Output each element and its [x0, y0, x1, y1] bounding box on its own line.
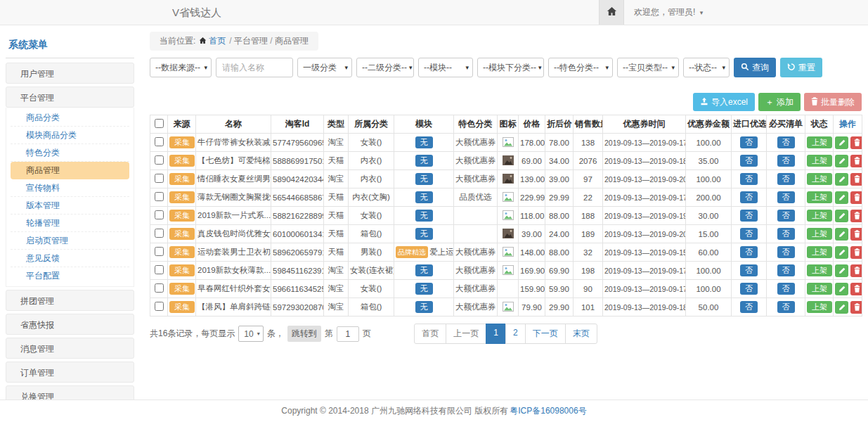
status-badge[interactable]: 上架	[807, 301, 832, 313]
must-buy-toggle[interactable]: 否	[777, 136, 795, 148]
page-button-2[interactable]: 2	[505, 324, 526, 344]
delete-button[interactable]	[850, 173, 862, 186]
import-select-toggle[interactable]: 否	[740, 228, 758, 240]
import-excel-button[interactable]: 导入excel	[693, 93, 755, 111]
status-badge[interactable]: 上架	[807, 228, 832, 240]
per-page-select[interactable]: 10 ▾	[238, 326, 263, 342]
user-menu[interactable]: 欢迎您，管理员! ▾	[634, 6, 703, 18]
filter-select---宝贝类型--[interactable]: --宝贝类型--▾	[617, 58, 679, 77]
row-checkbox[interactable]	[155, 174, 164, 183]
must-buy-toggle[interactable]: 否	[777, 264, 795, 276]
edit-button[interactable]	[835, 136, 848, 149]
must-buy-toggle[interactable]: 否	[777, 191, 795, 203]
edit-button[interactable]	[835, 283, 848, 295]
module-badge[interactable]: 无	[415, 173, 433, 185]
sidebar-item-订单管理[interactable]: 订单管理	[6, 362, 134, 383]
must-buy-toggle[interactable]: 否	[777, 210, 795, 222]
sidebar-subitem-模块商品分类[interactable]: 模块商品分类	[11, 127, 129, 144]
delete-button[interactable]	[850, 136, 862, 149]
icp-link[interactable]: 粤ICP备16098006号	[510, 405, 586, 417]
row-checkbox[interactable]	[155, 247, 164, 256]
sidebar-subitem-轮播管理[interactable]: 轮播管理	[11, 215, 129, 232]
module-badge[interactable]: 无	[415, 210, 433, 222]
row-checkbox[interactable]	[155, 155, 164, 165]
page-button-下一页[interactable]: 下一页	[525, 324, 566, 344]
filter-select---状态--[interactable]: --状态--▾	[683, 58, 730, 77]
page-number-input[interactable]	[337, 326, 359, 342]
must-buy-toggle[interactable]: 否	[777, 283, 795, 295]
breadcrumb-item-商品管理[interactable]: 商品管理	[275, 36, 309, 46]
status-badge[interactable]: 上架	[807, 136, 832, 148]
row-checkbox[interactable]	[155, 137, 164, 146]
page-button-1[interactable]: 1	[486, 324, 506, 344]
delete-button[interactable]	[850, 228, 862, 241]
sidebar-subitem-特色分类[interactable]: 特色分类	[11, 144, 129, 162]
status-badge[interactable]: 上架	[807, 191, 832, 203]
edit-button[interactable]	[835, 301, 848, 314]
row-checkbox[interactable]	[155, 192, 164, 201]
import-select-toggle[interactable]: 否	[740, 264, 758, 276]
import-select-toggle[interactable]: 否	[740, 210, 758, 222]
breadcrumb-home-link[interactable]: 首页	[199, 35, 226, 47]
module-badge[interactable]: 无	[415, 136, 433, 148]
status-badge[interactable]: 上架	[807, 283, 832, 295]
edit-button[interactable]	[835, 246, 848, 259]
home-button[interactable]	[599, 0, 624, 25]
sidebar-subitem-平台配置[interactable]: 平台配置	[11, 267, 129, 285]
filter-select---特色分类--[interactable]: --特色分类--▾	[548, 58, 613, 77]
status-badge[interactable]: 上架	[807, 210, 832, 222]
page-button-末页[interactable]: 末页	[565, 324, 597, 344]
edit-button[interactable]	[835, 210, 848, 222]
filter-select---模块--[interactable]: --模块--▾	[418, 58, 473, 77]
row-checkbox[interactable]	[155, 283, 164, 293]
status-badge[interactable]: 上架	[807, 173, 832, 185]
edit-button[interactable]	[835, 191, 848, 204]
jump-button[interactable]: 跳转到	[287, 326, 321, 342]
row-checkbox[interactable]	[155, 210, 164, 219]
row-checkbox[interactable]	[155, 302, 164, 311]
import-select-toggle[interactable]: 否	[740, 173, 758, 185]
must-buy-toggle[interactable]: 否	[777, 173, 795, 185]
must-buy-toggle[interactable]: 否	[777, 301, 795, 313]
filter-select---模块下分类--[interactable]: --模块下分类--▾	[477, 58, 544, 77]
sidebar-item-用户管理[interactable]: 用户管理	[6, 63, 134, 84]
sidebar-subitem-商品分类[interactable]: 商品分类	[11, 109, 129, 127]
filter-select---数据来源--[interactable]: --数据来源--▾	[150, 58, 212, 77]
import-select-toggle[interactable]: 否	[740, 191, 758, 203]
delete-button[interactable]	[850, 301, 862, 314]
delete-button[interactable]	[850, 210, 862, 222]
delete-button[interactable]	[850, 246, 862, 259]
module-badge[interactable]: 无	[415, 264, 433, 276]
must-buy-toggle[interactable]: 否	[777, 246, 795, 258]
status-badge[interactable]: 上架	[807, 246, 832, 258]
status-badge[interactable]: 上架	[807, 264, 832, 276]
delete-button[interactable]	[850, 191, 862, 204]
sidebar-item-拼团管理[interactable]: 拼团管理	[6, 290, 134, 311]
add-button[interactable]: ＋ 添加	[758, 93, 801, 111]
sidebar-subitem-启动页管理[interactable]: 启动页管理	[11, 232, 129, 250]
name-search-input[interactable]	[216, 58, 293, 77]
sidebar-subitem-版本管理[interactable]: 版本管理	[11, 197, 129, 215]
edit-button[interactable]	[835, 155, 848, 167]
reset-button[interactable]: 重置	[780, 58, 822, 77]
page-button-上一页[interactable]: 上一页	[446, 324, 486, 344]
must-buy-toggle[interactable]: 否	[777, 155, 795, 167]
delete-button[interactable]	[850, 155, 862, 167]
breadcrumb-item-平台管理[interactable]: 平台管理	[234, 36, 268, 46]
sidebar-item-平台管理[interactable]: 平台管理	[6, 87, 134, 108]
import-select-toggle[interactable]: 否	[740, 283, 758, 295]
sidebar-item-消息管理[interactable]: 消息管理	[6, 338, 134, 359]
select-all-checkbox[interactable]	[155, 119, 164, 128]
module-badge[interactable]: 无	[415, 155, 433, 167]
delete-button[interactable]	[850, 283, 862, 295]
filter-select-一级分类[interactable]: 一级分类▾	[297, 58, 352, 77]
module-badge[interactable]: 无	[415, 301, 433, 313]
row-checkbox[interactable]	[155, 265, 164, 274]
edit-button[interactable]	[835, 173, 848, 186]
page-button-首页[interactable]: 首页	[414, 324, 446, 344]
import-select-toggle[interactable]: 否	[740, 301, 758, 313]
module-badge[interactable]: 无	[415, 283, 433, 295]
module-badge[interactable]: 品牌精选	[396, 246, 428, 258]
filter-select---二级分类--[interactable]: --二级分类--▾	[356, 58, 414, 77]
sidebar-subitem-宣传物料[interactable]: 宣传物料	[11, 179, 129, 197]
